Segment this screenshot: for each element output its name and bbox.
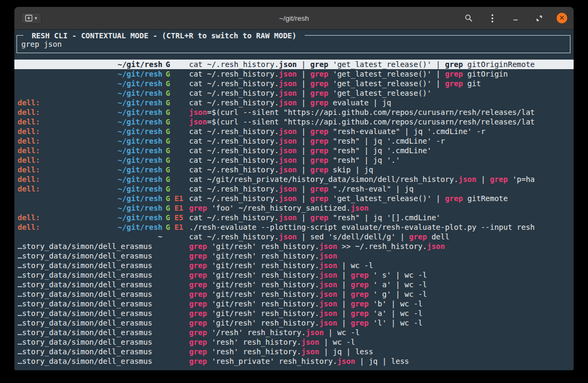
command-segment: | sed 's/dell/dell/g' |	[297, 232, 409, 241]
flag-badge: G	[166, 69, 170, 79]
new-tab-button[interactable]: ▾	[21, 12, 42, 24]
command-segment: grep	[189, 261, 207, 270]
command-segment: json	[319, 280, 337, 289]
command-segment: grep	[350, 309, 369, 318]
command-segment: grep	[189, 319, 207, 327]
command-segment: cat ~/.resh_history.	[189, 165, 279, 174]
command-text: grep 'git/resh' resh_history.json >> ~/.…	[189, 242, 574, 251]
command-segment: |	[297, 98, 310, 107]
history-row[interactable]: ~cat ~/.resh_history.json | sed 's/dell/…	[14, 232, 574, 242]
row-context: …story_data/simon/dell_erasmus	[18, 356, 162, 366]
command-segment: |	[337, 309, 350, 318]
new-tab-icon	[25, 14, 32, 22]
history-row[interactable]: …story_data/simon/dell_erasmusgrep 'git/…	[14, 289, 574, 299]
history-row[interactable]: dell:~/git/reshGcat ~/.resh_history.json…	[14, 165, 574, 174]
history-row[interactable]: dell:~/git/reshGE5cat ~/.resh_history.js…	[14, 213, 574, 222]
command-segment: "resh" | jq '[].cmdLine'	[328, 213, 440, 222]
history-row[interactable]: …story_data/simon/dell_erasmusgrep 'git/…	[14, 261, 574, 270]
history-row[interactable]: dell:~/git/reshGcat ~/.resh_history.json…	[14, 127, 574, 136]
command-segment: |	[297, 70, 310, 78]
dir-label: ~/git/resh	[118, 146, 162, 155]
history-row[interactable]: ~/git/reshGcat ~/.resh_history.json | gr…	[14, 88, 574, 98]
dir-label: ~/git/resh	[118, 184, 162, 194]
restore-button[interactable]	[533, 12, 545, 24]
history-row[interactable]: ~/git/reshGcat ~/.resh_history.json | gr…	[14, 69, 574, 79]
command-segment: cat ~/.resh_history.	[189, 60, 279, 69]
command-segment: ./resh-evaluate --plotting-script evalua…	[189, 223, 535, 231]
flag-badges: G	[162, 174, 189, 184]
command-segment: grep	[311, 213, 329, 222]
minimize-button[interactable]	[510, 12, 521, 24]
history-row[interactable]: ~/git/reshGcat ~/.resh_history.json | gr…	[14, 60, 574, 69]
history-row[interactable]: …story_data/simon/dell_erasmusgrep 'git/…	[14, 280, 574, 289]
host-label: …story_data/simon/dell_erasmus	[18, 280, 152, 289]
history-row[interactable]: …story_data/simon/dell_erasmusgrep 'git/…	[14, 242, 574, 251]
history-row[interactable]: dell:~/git/reshGcat ~/.resh_history.json…	[14, 146, 574, 155]
command-text: grep 'git/resh' resh_history.json | wc -…	[189, 261, 574, 270]
history-row[interactable]: dell:~/git/reshGE1./resh-evaluate --plot…	[14, 222, 574, 232]
row-context: …story_data/simon/dell_erasmus	[18, 309, 162, 318]
command-segment: grep	[311, 127, 329, 136]
command-segment: json	[279, 137, 297, 145]
flag-badge: G	[166, 213, 170, 222]
history-row[interactable]: ~/git/reshGE1cat ~/.resh_history.json | …	[14, 194, 574, 203]
headerbar-actions: ✕	[463, 12, 567, 24]
command-segment: |	[297, 213, 310, 222]
command-segment: json	[306, 328, 324, 337]
flag-badges: G	[162, 136, 189, 146]
flag-badge: G	[166, 203, 170, 213]
history-row[interactable]: …story_data/simon/dell_erasmusgrep 'git/…	[14, 309, 574, 318]
flag-badges: GE1	[162, 203, 189, 213]
row-context: ~/git/resh	[18, 88, 162, 98]
command-segment: cat ~/.resh_history.	[189, 137, 279, 145]
command-segment: cat ~/.resh_history.	[189, 213, 279, 222]
flag-badge: G	[166, 107, 170, 117]
command-text: grep 'git/resh' resh_history.json | grep…	[189, 318, 574, 328]
history-row[interactable]: …story_data/simon/dell_erasmusgrep 'git/…	[14, 299, 574, 309]
history-row[interactable]: …story_data/simon/dell_erasmusgrep 'resh…	[14, 356, 574, 366]
command-segment: |	[297, 137, 310, 145]
flag-badges	[162, 356, 189, 366]
host-label: …story_data/simon/dell_erasmus	[18, 299, 152, 309]
dir-label: ~/git/resh	[118, 88, 162, 98]
history-row[interactable]: dell:~/git/reshGcat ~/git/resh_private/h…	[14, 174, 574, 184]
row-context: dell:~/git/resh	[18, 146, 162, 155]
history-row[interactable]: dell:~/git/reshGcat ~/.resh_history.json…	[14, 155, 574, 165]
history-row[interactable]: dell:~/git/reshGjson=$(curl --silent "ht…	[14, 107, 574, 117]
command-text: cat ~/.resh_history.json | grep "resh" |…	[189, 136, 574, 146]
history-row[interactable]: ~/git/reshGE1grep 'foo' ~/resh_history_s…	[14, 203, 574, 213]
history-row[interactable]: dell:~/git/reshGjson=$(curl --silent "ht…	[14, 117, 574, 127]
host-label: dell:	[18, 107, 40, 117]
history-row[interactable]: dell:~/git/reshGcat ~/.resh_history.json…	[14, 98, 574, 107]
history-row[interactable]: dell:~/git/reshGcat ~/.resh_history.json…	[14, 184, 574, 194]
command-segment: grep	[189, 252, 207, 260]
history-row[interactable]: …story_data/simon/dell_erasmusgrep 'resh…	[14, 337, 574, 347]
search-button[interactable]	[463, 12, 475, 24]
history-row[interactable]: …story_data/simon/dell_erasmusgrep '/res…	[14, 328, 574, 337]
host-label: …story_data/simon/dell_erasmus	[18, 347, 152, 356]
flag-badges: GE5	[162, 213, 189, 222]
flag-badge: G	[166, 79, 170, 88]
row-context: ~/git/resh	[18, 194, 162, 203]
history-row[interactable]: …story_data/simon/dell_erasmusgrep 'git/…	[14, 251, 574, 261]
command-segment: ' a' | wc -l	[369, 280, 427, 289]
flag-badge: E5	[174, 213, 183, 222]
menu-button[interactable]	[486, 12, 498, 24]
command-segment: "resh" | jq '.cmdLine' -r	[328, 137, 445, 145]
history-row[interactable]: dell:~/git/reshGcat ~/.resh_history.json…	[14, 136, 574, 146]
host-label: dell:	[18, 117, 40, 127]
host-label: …story_data/simon/dell_erasmus	[18, 337, 152, 347]
command-segment: |	[297, 165, 310, 174]
history-row[interactable]: …story_data/simon/dell_erasmusgrep 'resh…	[14, 347, 574, 356]
flag-badge: E1	[174, 194, 183, 203]
command-segment: json	[279, 79, 297, 88]
history-row[interactable]: ~/git/reshGcat ~/.resh_history.json | gr…	[14, 79, 574, 88]
history-row[interactable]: …story_data/simon/dell_erasmusgrep 'git/…	[14, 270, 574, 280]
command-text: ./resh-evaluate --plotting-script evalua…	[189, 222, 574, 232]
history-row[interactable]: …story_data/simon/dell_erasmusgrep 'git/…	[14, 318, 574, 328]
row-context: dell:~/git/resh	[18, 127, 162, 136]
close-button[interactable]: ✕	[557, 13, 567, 23]
command-segment: 'git/resh' resh_history.	[207, 280, 320, 289]
flag-badge: G	[166, 194, 170, 203]
command-segment: json	[319, 252, 337, 260]
